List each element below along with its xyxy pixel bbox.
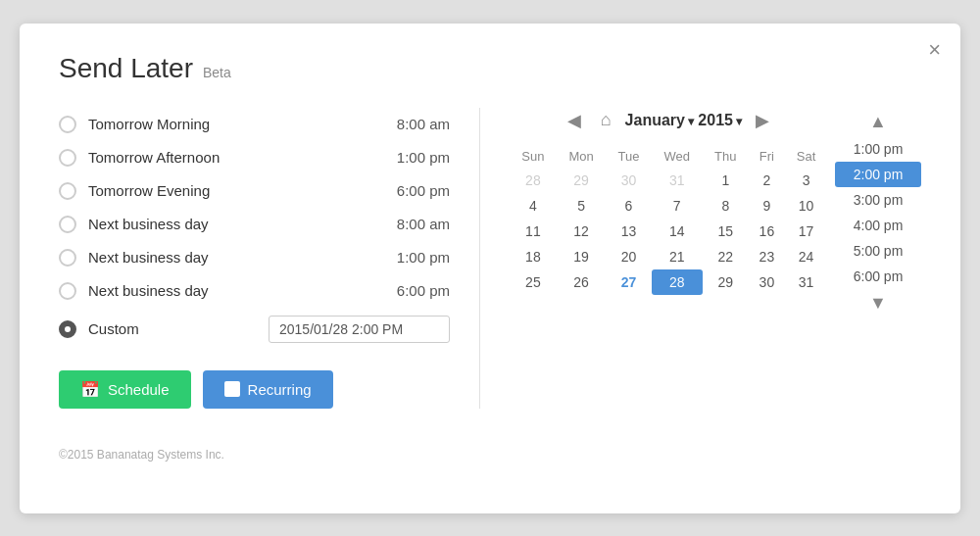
calendar-day[interactable]: 28 (510, 168, 557, 193)
calendar-day[interactable]: 12 (557, 219, 607, 244)
weekday-header: Thu (703, 145, 749, 168)
action-row: 📅 Schedule Recurring (59, 370, 450, 409)
calendar-day[interactable]: 17 (785, 219, 827, 244)
schedule-icon: 📅 (80, 380, 100, 399)
calendar-day[interactable]: 5 (557, 193, 607, 219)
custom-radio[interactable] (59, 320, 76, 338)
weekday-header: Fri (749, 145, 785, 168)
radio-circle-4[interactable] (59, 249, 76, 267)
weekday-header: Sat (785, 145, 827, 168)
calendar-day[interactable]: 26 (557, 269, 607, 295)
option-time-0: 8:00 am (386, 116, 450, 132)
radio-circle-3[interactable] (59, 216, 76, 233)
year-dropdown[interactable]: 2015 (698, 112, 742, 129)
option-item[interactable]: Next business day 6:00 pm (59, 274, 450, 308)
calendar-day[interactable]: 28 (652, 269, 703, 295)
option-label-2: Tomorrow Evening (88, 182, 374, 199)
calendar-day[interactable]: 19 (557, 244, 607, 269)
calendar-day[interactable]: 18 (510, 244, 557, 269)
calendar-table: SunMonTueWedThuFriSat 282930311234567891… (510, 145, 827, 295)
schedule-label: Schedule (108, 381, 170, 398)
time-list: 1:00 pm2:00 pm3:00 pm4:00 pm5:00 pm6:00 … (835, 136, 921, 289)
weekday-header: Sun (510, 145, 557, 168)
calendar-day[interactable]: 6 (606, 193, 651, 219)
time-panel: ▲ 1:00 pm2:00 pm3:00 pm4:00 pm5:00 pm6:0… (835, 108, 921, 409)
calendar-day[interactable]: 14 (652, 219, 703, 244)
option-label-1: Tomorrow Afternoon (88, 149, 374, 166)
recurring-label: Recurring (248, 381, 312, 398)
option-item[interactable]: Next business day 8:00 am (59, 208, 450, 241)
modal-header: Send Later Beta (59, 53, 921, 84)
radio-circle-5[interactable] (59, 282, 76, 300)
calendar-day[interactable]: 15 (703, 219, 749, 244)
close-button[interactable]: × (928, 39, 941, 61)
calendar-day[interactable]: 27 (606, 269, 651, 295)
prev-month-button[interactable]: ◀ (562, 108, 587, 133)
time-up-button[interactable]: ▲ (858, 108, 899, 136)
time-option[interactable]: 3:00 pm (835, 187, 921, 213)
footer: ©2015 Bananatag Systems Inc. (59, 448, 921, 462)
calendar-header: ◀ ⌂ January 2015 ▶ (510, 108, 827, 133)
send-later-modal: × Send Later Beta Tomorrow Morning 8:00 … (20, 24, 960, 513)
calendar-day[interactable]: 13 (606, 219, 651, 244)
calendar-day[interactable]: 10 (785, 193, 827, 219)
calendar-day[interactable]: 4 (510, 193, 557, 219)
calendar-day[interactable]: 31 (785, 269, 827, 295)
next-month-button[interactable]: ▶ (750, 108, 775, 133)
option-time-4: 1:00 pm (386, 249, 450, 266)
calendar-day[interactable]: 21 (652, 244, 703, 269)
time-down-button[interactable]: ▼ (858, 289, 899, 317)
calendar-day[interactable]: 7 (652, 193, 703, 219)
option-list: Tomorrow Morning 8:00 am Tomorrow Aftern… (59, 108, 450, 308)
calendar-day[interactable]: 29 (703, 269, 749, 295)
right-panel: ◀ ⌂ January 2015 ▶ SunMonTueWedThuFriSat… (480, 108, 921, 409)
time-option[interactable]: 2:00 pm (835, 162, 921, 187)
calendar-day[interactable]: 31 (652, 168, 703, 193)
calendar-day[interactable]: 29 (557, 168, 607, 193)
option-label-5: Next business day (88, 282, 374, 299)
option-item[interactable]: Tomorrow Evening 6:00 pm (59, 174, 450, 208)
option-time-1: 1:00 pm (386, 149, 450, 166)
option-item[interactable]: Next business day 1:00 pm (59, 241, 450, 274)
radio-circle-2[interactable] (59, 182, 76, 200)
calendar-day[interactable]: 23 (749, 244, 785, 269)
calendar-day[interactable]: 30 (606, 168, 651, 193)
calendar-day[interactable]: 9 (749, 193, 785, 219)
left-panel: Tomorrow Morning 8:00 am Tomorrow Aftern… (59, 108, 480, 409)
weekday-header: Mon (557, 145, 607, 168)
calendar-day[interactable]: 20 (606, 244, 651, 269)
calendar-section: ◀ ⌂ January 2015 ▶ SunMonTueWedThuFriSat… (510, 108, 827, 409)
calendar-day[interactable]: 8 (703, 193, 749, 219)
recurring-button[interactable]: Recurring (203, 370, 333, 409)
schedule-button[interactable]: 📅 Schedule (59, 370, 191, 409)
option-time-5: 6:00 pm (386, 282, 450, 299)
calendar-day[interactable]: 16 (749, 219, 785, 244)
calendar-day[interactable]: 24 (785, 244, 827, 269)
calendar-day[interactable]: 3 (785, 168, 827, 193)
option-label-4: Next business day (88, 249, 374, 266)
calendar-day[interactable]: 30 (749, 269, 785, 295)
option-label-3: Next business day (88, 216, 374, 232)
custom-option[interactable]: Custom (59, 308, 450, 351)
option-time-2: 6:00 pm (386, 182, 450, 199)
time-option[interactable]: 5:00 pm (835, 238, 921, 264)
custom-datetime-input[interactable] (269, 316, 450, 343)
calendar-day[interactable]: 1 (703, 168, 749, 193)
option-item[interactable]: Tomorrow Morning 8:00 am (59, 108, 450, 141)
option-label-0: Tomorrow Morning (88, 116, 374, 132)
calendar-day[interactable]: 2 (749, 168, 785, 193)
beta-badge: Beta (203, 65, 231, 80)
modal-content: Tomorrow Morning 8:00 am Tomorrow Aftern… (59, 108, 921, 409)
month-dropdown[interactable]: January (625, 112, 695, 129)
home-button[interactable]: ⌂ (595, 108, 617, 132)
calendar-day[interactable]: 11 (510, 219, 557, 244)
time-option[interactable]: 4:00 pm (835, 213, 921, 238)
calendar-day[interactable]: 25 (510, 269, 557, 295)
time-option[interactable]: 1:00 pm (835, 136, 921, 162)
radio-circle-1[interactable] (59, 149, 76, 167)
calendar-day[interactable]: 22 (703, 244, 749, 269)
option-item[interactable]: Tomorrow Afternoon 1:00 pm (59, 141, 450, 174)
weekday-header: Tue (606, 145, 651, 168)
radio-circle-0[interactable] (59, 116, 76, 133)
time-option[interactable]: 6:00 pm (835, 264, 921, 289)
